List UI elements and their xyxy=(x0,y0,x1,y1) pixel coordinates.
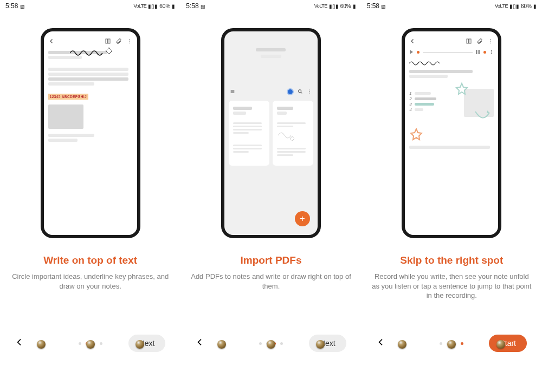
android-status-bar: 5:58 ▧ VoLTE ▮▯▮ 60% ▮ xyxy=(0,0,180,12)
marker-start-icon xyxy=(417,51,420,54)
highlighted-text: 12345 ABCDEFGHIJ xyxy=(48,94,88,100)
status-right: VoLTE ▮▯▮ 60% ▮ xyxy=(133,3,175,9)
svg-point-5 xyxy=(299,90,301,93)
screw-icon xyxy=(217,340,226,349)
decorative-screws xyxy=(362,340,542,349)
reader-icon[interactable] xyxy=(105,38,111,44)
svg-point-3 xyxy=(129,41,130,42)
status-right: VoLTE ▮▯▮ 60% ▮ xyxy=(495,3,537,9)
note-toolbar xyxy=(409,35,494,48)
battery-label: 60% xyxy=(340,3,351,9)
pdf-card[interactable] xyxy=(229,101,269,166)
more-icon[interactable] xyxy=(487,38,494,44)
svg-point-2 xyxy=(129,39,130,40)
screw-icon xyxy=(316,340,325,349)
svg-point-17 xyxy=(491,51,492,53)
pdf-card[interactable] xyxy=(273,101,313,166)
svg-point-16 xyxy=(491,50,492,51)
more-icon[interactable] xyxy=(489,50,494,54)
phone-mock-pdf: + xyxy=(221,28,321,238)
back-icon[interactable] xyxy=(409,38,416,44)
pause-icon[interactable] xyxy=(476,50,480,54)
signal-icon: ▮▯▮ xyxy=(329,3,339,9)
screw-icon xyxy=(398,340,406,349)
decorative-screws xyxy=(0,340,180,349)
pdf-badge-icon xyxy=(287,88,294,95)
android-status-bar: 5:58 ▧ VoLTE ▮▯▮ 60% ▮ xyxy=(180,0,361,12)
phone-mock-write: 12345 ABCDEFGHIJ xyxy=(41,28,140,238)
arrow-doodle-icon xyxy=(474,110,491,120)
network-label: VoLTE xyxy=(133,3,146,9)
android-status-bar: 5:58 ▧ VoLTE ▮▯▮ 60% ▮ xyxy=(362,0,542,12)
slide-description: Add PDFs to notes and write or draw righ… xyxy=(189,272,352,291)
slide-title: Write on top of text xyxy=(9,254,172,266)
play-icon[interactable] xyxy=(409,50,414,54)
note-toolbar xyxy=(48,35,133,48)
svg-rect-1 xyxy=(108,39,110,43)
screw-icon xyxy=(86,340,95,349)
svg-point-8 xyxy=(309,93,309,93)
attach-icon[interactable] xyxy=(115,38,122,44)
status-time: 5:58 ▧ xyxy=(5,2,25,10)
svg-point-12 xyxy=(491,41,492,42)
network-label: VoLTE xyxy=(314,3,327,9)
svg-rect-15 xyxy=(479,50,480,54)
decorative-screws xyxy=(180,340,361,349)
audio-player[interactable] xyxy=(409,50,494,54)
svg-rect-0 xyxy=(106,39,108,43)
battery-label: 60% xyxy=(159,3,170,9)
status-right: VoLTE ▮▯▮ 60% ▮ xyxy=(314,3,356,9)
doodle-icon xyxy=(277,129,299,144)
screw-icon xyxy=(267,340,275,349)
screw-icon xyxy=(136,340,144,349)
screw-icon xyxy=(37,340,46,349)
status-time: 5:58 ▧ xyxy=(186,2,205,10)
phone-mock-audio: 1 2 3 4 xyxy=(402,28,501,238)
more-icon[interactable] xyxy=(126,38,133,44)
marker-end-icon xyxy=(483,51,486,54)
svg-rect-9 xyxy=(467,39,469,43)
svg-rect-14 xyxy=(476,50,478,54)
status-time: 5:58 ▧ xyxy=(367,2,386,10)
network-label: VoLTE xyxy=(495,3,508,9)
hamburger-icon[interactable] xyxy=(230,87,235,96)
scrubber-track[interactable] xyxy=(423,52,473,53)
battery-icon: ▮ xyxy=(353,3,356,9)
battery-icon: ▮ xyxy=(533,3,537,9)
battery-icon: ▮ xyxy=(172,3,175,9)
svg-point-4 xyxy=(129,43,130,44)
more-icon[interactable] xyxy=(307,87,312,96)
signal-icon: ▮▯▮ xyxy=(148,3,158,9)
svg-point-13 xyxy=(491,43,492,44)
search-icon[interactable] xyxy=(298,87,303,96)
svg-rect-10 xyxy=(469,39,472,43)
signal-icon: ▮▯▮ xyxy=(509,3,519,9)
star-doodle-icon xyxy=(455,82,469,96)
svg-point-11 xyxy=(491,39,492,40)
slide-title: Import PDFs xyxy=(189,254,352,266)
back-icon[interactable] xyxy=(48,38,55,44)
screw-icon xyxy=(496,340,505,349)
slide-description: Circle important ideas, underline key ph… xyxy=(9,272,172,291)
attach-icon[interactable] xyxy=(476,38,483,44)
slide-description: Record while you write, then see your no… xyxy=(370,272,533,300)
svg-point-18 xyxy=(491,53,492,54)
svg-point-7 xyxy=(309,91,309,92)
slide-title: Skip to the right spot xyxy=(370,254,533,266)
add-fab[interactable]: + xyxy=(295,211,310,226)
reader-icon[interactable] xyxy=(466,38,472,44)
pdf-list-header xyxy=(229,87,313,96)
svg-point-6 xyxy=(309,89,309,90)
screw-icon xyxy=(447,340,456,349)
battery-label: 60% xyxy=(521,3,532,9)
squiggle-drawing xyxy=(70,47,119,57)
squiggle-drawing xyxy=(409,61,453,66)
star-doodle-icon xyxy=(409,128,423,142)
